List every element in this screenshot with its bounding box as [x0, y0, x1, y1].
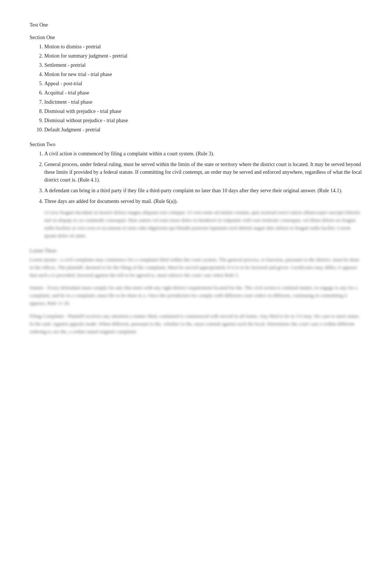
list-item: Dismissal with prejudice - trial phase: [44, 107, 362, 115]
list-item: Motion to dismiss - pretrial: [44, 43, 362, 51]
list-item: Appeal - post-trial: [44, 80, 362, 87]
section-one-heading: Section One: [30, 35, 362, 41]
section-two: Section Two A civil action is commenced …: [30, 142, 362, 240]
blurred-section-three-heading: Lorem Three: [30, 248, 362, 254]
blurred-paragraph-2: Statute - Every defendant must comply fo…: [30, 284, 362, 307]
document-title: Test One: [30, 22, 362, 28]
list-item: Settlement - pretrial: [44, 61, 362, 69]
section-two-list: A civil action is commenced by filing a …: [44, 150, 362, 205]
blurred-section4-text: Lf eros feugiat tincidunt ut laoreet dol…: [44, 209, 362, 240]
list-item: Default Judgment - pretrial: [44, 126, 362, 134]
document-container: Test One Section One Motion to dismiss -…: [30, 22, 362, 336]
list-item: Motion for summary judgment - pretrial: [44, 52, 362, 60]
section-one: Section One Motion to dismiss - pretrial…: [30, 35, 362, 134]
blurred-section-three: Lorem Three Lorem ipsum - a civil compla…: [30, 248, 362, 336]
section-two-heading: Section Two: [30, 142, 362, 148]
blurred-paragraph-1: Lorem ipsum - a civil complaint may comm…: [30, 256, 362, 279]
list-item: A defendant can bring in a third party i…: [44, 187, 362, 194]
list-item: Dismissal without prejudice - trial phas…: [44, 117, 362, 124]
list-item: General process, under federal ruling, m…: [44, 161, 362, 184]
list-item: Acquittal - trial phase: [44, 89, 362, 97]
section-one-list: Motion to dismiss - pretrial Motion for …: [44, 43, 362, 134]
list-item: A civil action is commenced by filing a …: [44, 150, 362, 158]
blurred-paragraph-3: Filing Complaint - Plaintiff receives an…: [30, 313, 362, 336]
list-item: Motion for new trial - trial phase: [44, 70, 362, 78]
list-item: Three days are added for documents serve…: [44, 197, 362, 205]
list-item: Indictment - trial phase: [44, 98, 362, 106]
